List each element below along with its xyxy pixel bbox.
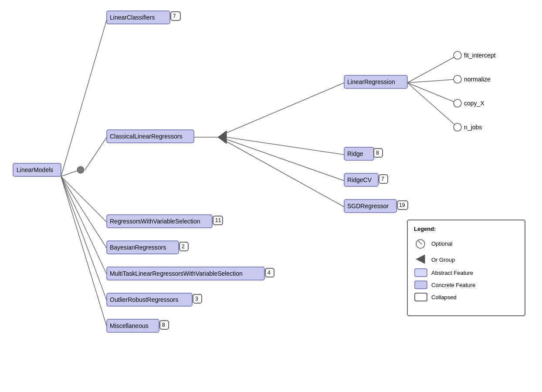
svg-text:11: 11 [215,217,221,223]
legend-optional-icon [416,240,425,248]
or-group-node-linearmodels [77,166,84,173]
svg-text:4: 4 [268,270,271,276]
node-linearmodels[interactable]: LinearModels [13,163,61,176]
line-lr-normalize [407,79,457,83]
svg-text:LinearClassifiers: LinearClassifiers [110,14,155,21]
svg-text:RegressorsWithVariableSelectio: RegressorsWithVariableSelection [110,218,200,225]
node-miscellaneous[interactable]: Miscellaneous 8 [107,319,169,332]
svg-text:BayesianRegressors: BayesianRegressors [110,244,166,251]
svg-text:ClassicalLinearRegressors: ClassicalLinearRegressors [110,133,183,140]
line-orgroup-clr [85,137,107,170]
svg-text:19: 19 [399,202,405,208]
feature-diagram: fit_intercept normalize copy_X n_jobs Li… [0,0,542,392]
svg-text:OutlierRobustRegressors: OutlierRobustRegressors [110,296,178,303]
legend-concrete-icon [415,281,427,289]
optional-circle-njobs [454,123,461,131]
legend-optional-label: Optional [431,240,453,247]
optional-circle-normalize [454,75,461,83]
svg-text:Miscellaneous: Miscellaneous [110,322,149,329]
legend-abstract-icon [415,269,427,277]
node-linearregression[interactable]: LinearRegression [344,75,407,88]
legend-abstract-label: Abstract Feature [431,270,473,276]
line-lr-fitintercept [407,55,457,83]
svg-text:LinearRegression: LinearRegression [347,78,395,85]
or-group-node-clr [218,131,227,144]
svg-text:RidgeCV: RidgeCV [347,176,372,183]
line-lm-orr [61,176,107,301]
line-lm-mtl [61,176,107,274]
optional-label-copyx: copy_X [464,100,484,107]
line-og-lr [227,83,344,133]
node-regressorswithvariableselection[interactable]: RegressorsWithVariableSelection 11 [107,215,223,228]
node-ridgecv[interactable]: RidgeCV 7 [344,173,388,186]
svg-rect-42 [407,220,525,316]
node-ridge[interactable]: Ridge 8 [344,147,383,160]
optional-label-normalize: normalize [464,76,491,83]
node-multitasklinear[interactable]: MultiTaskLinearRegressorsWithVariableSel… [107,267,274,280]
legend: Legend: Optional Or Group Abstract Featu… [407,220,525,316]
legend-collapsed-label: Collapsed [431,294,457,301]
node-sgdregressor[interactable]: SGDRegressor 19 [344,199,408,213]
svg-text:MultiTaskLinearRegressorsWithV: MultiTaskLinearRegressorsWithVariableSel… [110,270,243,277]
node-bayesianregressors[interactable]: BayesianRegressors 2 [107,241,188,254]
node-outlierrobust[interactable]: OutlierRobustRegressors 3 [107,293,202,306]
svg-text:7: 7 [381,176,384,182]
optional-circle-fitintercept [454,51,461,59]
optional-label-fitintercept: fit_intercept [464,52,495,59]
legend-title: Legend: [414,226,436,232]
legend-orgroup-label: Or Group [431,257,455,263]
legend-collapsed-icon [415,293,427,301]
svg-text:2: 2 [182,243,185,250]
line-linearmodels-linearclassifiers [61,20,107,176]
svg-text:Ridge: Ridge [347,150,363,157]
svg-text:7: 7 [173,13,176,19]
node-linearclassifiers[interactable]: LinearClassifiers 7 [107,11,180,24]
line-lr-copyx [407,83,457,103]
svg-text:8: 8 [376,150,379,156]
optional-circle-copyx [454,99,461,107]
node-classicallinearregressors[interactable]: ClassicalLinearRegressors [107,130,194,143]
svg-text:SGDRegressor: SGDRegressor [347,203,389,210]
line-lr-njobs [407,83,457,127]
svg-text:8: 8 [162,322,165,328]
svg-text:LinearModels: LinearModels [17,166,53,173]
line-lm-br [61,176,107,248]
svg-text:3: 3 [195,296,198,302]
line-lm-orgroup [61,170,80,176]
legend-concrete-label: Concrete Feature [431,282,475,288]
optional-label-njobs: n_jobs [464,124,482,131]
